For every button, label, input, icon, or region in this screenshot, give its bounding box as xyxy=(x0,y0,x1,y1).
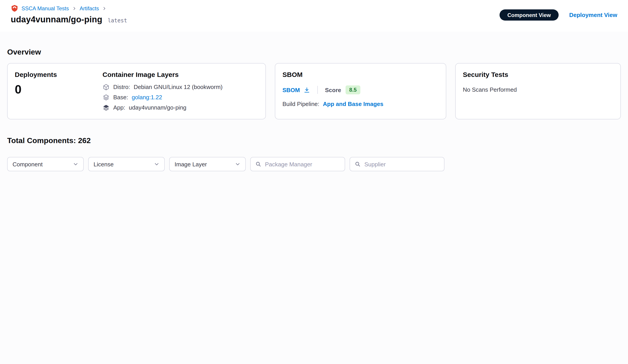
security-tests-label: Security Tests xyxy=(463,71,613,78)
breadcrumb: SSCA Manual Tests Artifacts xyxy=(11,4,127,12)
app-line: App: uday4vunnam/go-ping xyxy=(102,104,223,111)
download-icon[interactable] xyxy=(304,87,310,93)
chevron-right-icon xyxy=(102,6,106,10)
top-bar-left: SSCA Manual Tests Artifacts uday4vunnam/… xyxy=(11,4,127,25)
app-value: uday4vunnam/go-ping xyxy=(129,104,186,111)
page: SSCA Manual Tests Artifacts uday4vunnam/… xyxy=(0,0,628,182)
filters-bar: Component License Image Layer xyxy=(7,157,621,171)
component-filter-dropdown[interactable]: Component xyxy=(7,157,84,171)
app-label: App: xyxy=(113,104,125,111)
license-filter-value: License xyxy=(93,161,114,168)
chevron-down-icon xyxy=(235,161,240,167)
deployment-view-link[interactable]: Deployment View xyxy=(569,12,617,18)
chevron-right-icon xyxy=(72,6,77,10)
deployments-count: 0 xyxy=(15,83,102,97)
package-manager-search xyxy=(250,157,345,171)
container-image-layers-label: Container Image Layers xyxy=(102,71,223,78)
base-line: Base: golang:1.22 xyxy=(102,94,223,101)
base-label: Base: xyxy=(113,94,128,101)
search-icon xyxy=(355,161,361,167)
harness-logo-icon[interactable] xyxy=(11,4,18,12)
overview-cards: Deployments 0 Container Image Layers Dis… xyxy=(7,63,621,120)
image-layer-filter-value: Image Layer xyxy=(174,161,207,168)
artifact-tag: latest xyxy=(108,17,127,24)
score-label: Score xyxy=(325,87,341,93)
title-row: uday4vunnam/go-ping latest xyxy=(11,15,127,25)
license-filter-dropdown[interactable]: License xyxy=(88,157,165,171)
breadcrumb-link-project[interactable]: SSCA Manual Tests xyxy=(21,5,69,11)
top-bar: SSCA Manual Tests Artifacts uday4vunnam/… xyxy=(0,0,628,32)
package-manager-search-input[interactable] xyxy=(265,161,340,168)
chevron-down-icon xyxy=(73,161,78,167)
overview-heading: Overview xyxy=(7,48,621,57)
vertical-divider xyxy=(317,86,318,94)
deployments-label: Deployments xyxy=(15,71,102,78)
total-components-heading: Total Components: 262 xyxy=(7,136,621,145)
page-title: uday4vunnam/go-ping xyxy=(11,15,102,25)
distro-line: Distro: Debian GNU/Linux 12 (bookworm) xyxy=(102,84,223,91)
distro-label: Distro: xyxy=(113,84,130,91)
base-image-link[interactable]: golang:1.22 xyxy=(132,94,162,101)
security-tests-status: No Scans Performed xyxy=(463,86,613,93)
sbom-row: SBOM Score 8.5 xyxy=(282,85,439,94)
layers-icon xyxy=(102,94,110,101)
main-content: Overview Deployments 0 Container Image L… xyxy=(0,32,628,182)
supplier-search xyxy=(350,157,445,171)
sbom-download-link[interactable]: SBOM xyxy=(282,87,310,93)
security-tests-card: Security Tests No Scans Performed xyxy=(455,63,621,120)
container-image-layers-section: Container Image Layers Distro: Debian GN… xyxy=(102,71,223,112)
image-layer-filter-dropdown[interactable]: Image Layer xyxy=(169,157,246,171)
view-toggle: Component View Deployment View xyxy=(500,9,617,21)
cube-icon xyxy=(102,84,110,91)
layers-icon xyxy=(102,104,110,111)
sbom-link-label: SBOM xyxy=(282,87,300,93)
component-view-button[interactable]: Component View xyxy=(500,9,558,21)
search-icon xyxy=(255,161,261,167)
score-badge: 8.5 xyxy=(346,85,360,94)
chevron-down-icon xyxy=(154,161,159,167)
deployments-layers-card: Deployments 0 Container Image Layers Dis… xyxy=(7,63,266,120)
sbom-label: SBOM xyxy=(282,71,439,78)
sbom-card: SBOM SBOM Score 8.5 Build Pipeline: App … xyxy=(275,63,446,120)
breadcrumb-link-artifacts[interactable]: Artifacts xyxy=(80,5,99,11)
distro-value: Debian GNU/Linux 12 (bookworm) xyxy=(134,84,223,91)
build-pipeline-row: Build Pipeline: App and Base Images xyxy=(282,101,439,107)
build-pipeline-label: Build Pipeline: xyxy=(282,101,319,107)
deployments-section: Deployments 0 xyxy=(15,71,102,112)
build-pipeline-link[interactable]: App and Base Images xyxy=(323,101,383,107)
supplier-search-input[interactable] xyxy=(364,161,440,168)
component-filter-value: Component xyxy=(12,161,43,168)
